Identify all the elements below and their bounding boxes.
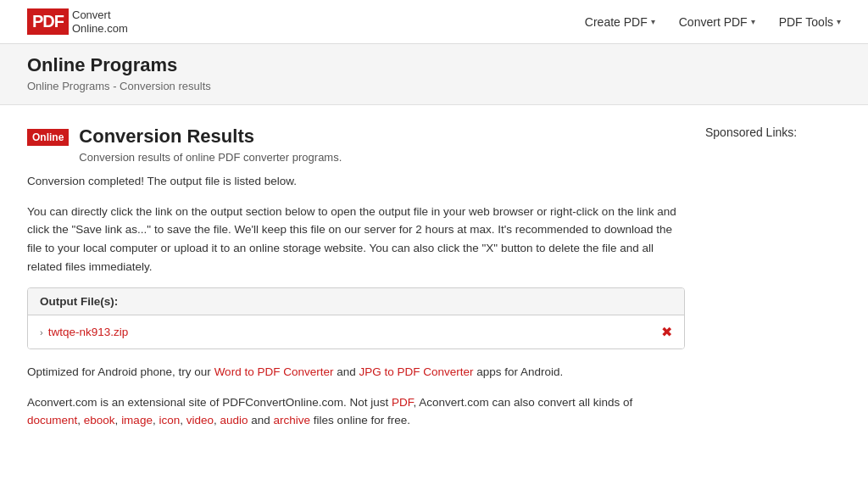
site-logo: PDF Convert Online.com — [27, 8, 128, 35]
output-file-box: Output File(s): › twtqe-nk913.zip ✖ — [27, 287, 685, 349]
breadcrumb: Online Programs - Conversion results — [27, 80, 841, 92]
nav-create-pdf[interactable]: Create PDF ▾ — [585, 15, 655, 29]
output-filename: twtqe-nk913.zip — [48, 326, 129, 338]
para-android: Optimized for Android phone, try our Wor… — [27, 363, 685, 382]
para-instructions: You can directly click the link on the o… — [27, 203, 685, 276]
image-link[interactable]: image — [121, 414, 153, 426]
delete-file-icon[interactable]: ✖ — [661, 324, 672, 340]
output-file-row: › twtqe-nk913.zip ✖ — [28, 315, 684, 348]
page-title: Online Programs — [27, 54, 841, 76]
icon-link[interactable]: icon — [159, 414, 180, 426]
chevron-down-icon: ▾ — [651, 17, 655, 26]
chevron-down-icon: ▾ — [837, 17, 841, 26]
section-title: Conversion Results — [79, 125, 342, 148]
main-nav: Create PDF ▾ Convert PDF ▾ PDF Tools ▾ — [585, 15, 841, 29]
chevron-down-icon: ▾ — [751, 17, 755, 26]
jpg-to-pdf-link[interactable]: JPG to PDF Converter — [359, 365, 473, 378]
output-box-header: Output File(s): — [28, 288, 684, 315]
word-to-pdf-link[interactable]: Word to PDF Converter — [214, 365, 334, 378]
section-subtitle: Conversion results of online PDF convert… — [79, 151, 342, 164]
ebook-link[interactable]: ebook — [84, 414, 115, 426]
para-completed: Conversion completed! The output file is… — [27, 172, 685, 191]
pdf-link[interactable]: PDF — [392, 396, 414, 409]
archive-link[interactable]: archive — [274, 414, 311, 426]
output-file-link[interactable]: › twtqe-nk913.zip — [40, 326, 128, 338]
content-body: Conversion completed! The output file is… — [27, 172, 685, 430]
content-area: Online Conversion Results Conversion res… — [27, 125, 685, 442]
sponsored-links-label: Sponsored Links: — [705, 125, 841, 139]
sidebar: Sponsored Links: — [705, 125, 841, 442]
video-link[interactable]: video — [186, 414, 214, 426]
document-link[interactable]: document — [27, 414, 77, 426]
audio-link[interactable]: audio — [220, 414, 248, 426]
site-header: PDF Convert Online.com Create PDF ▾ Conv… — [0, 0, 868, 44]
nav-convert-pdf[interactable]: Convert PDF ▾ — [679, 15, 755, 29]
section-header: Online Conversion Results Conversion res… — [27, 125, 685, 164]
breadcrumb-bar: Online Programs Online Programs - Conver… — [0, 44, 868, 105]
online-badge: Online — [27, 129, 69, 146]
para-aconvert: Aconvert.com is an extensional site of P… — [27, 393, 685, 430]
logo-pdf-text: PDF — [27, 8, 69, 35]
nav-pdf-tools[interactable]: PDF Tools ▾ — [779, 15, 841, 29]
logo-full-text: Convert Online.com — [69, 8, 128, 35]
chevron-right-icon: › — [40, 327, 43, 337]
main-layout: Online Conversion Results Conversion res… — [0, 105, 868, 462]
